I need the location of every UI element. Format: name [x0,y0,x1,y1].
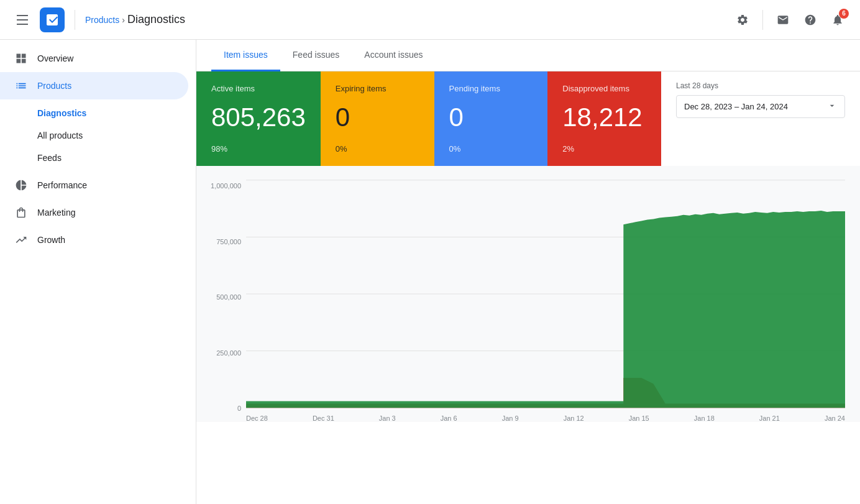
stat-card-active[interactable]: Active items 805,263 98% [196,71,321,166]
stat-card-pending-pct: 0% [449,144,533,153]
x-label-5: Jan 12 [564,415,584,422]
page-title: Diagnostics [127,13,185,26]
x-label-8: Jan 21 [759,415,780,422]
donut-icon [15,179,27,191]
stat-card-expiring-label: Expiring items [336,84,419,93]
x-label-7: Jan 18 [694,415,715,422]
cards-and-date: Active items 805,263 98% Expiring items … [196,71,860,166]
x-label-6: Jan 15 [629,415,649,422]
x-label-4: Jan 9 [502,415,519,422]
tab-account-issues[interactable]: Account issues [352,40,435,71]
top-bar: Products › Diagnostics 6 [0,0,860,40]
top-bar-actions: 6 [730,7,850,32]
tab-item-issues[interactable]: Item issues [211,40,280,71]
stat-card-disapproved-value: 18,212 [562,104,646,131]
breadcrumb: Products › Diagnostics [85,13,185,26]
sidebar-item-performance[interactable]: Performance [0,172,188,199]
topbar-divider [75,10,75,30]
stat-cards: Active items 805,263 98% Expiring items … [196,71,661,166]
settings-button[interactable] [730,7,755,32]
sidebar-item-growth[interactable]: Growth [0,226,188,254]
sidebar-sub: Diagnostics All products Feeds [0,99,196,172]
stat-card-pending[interactable]: Pending items 0 0% [434,71,548,166]
chevron-down-icon [827,101,837,112]
y-label-1: 1,000,000 [211,182,241,190]
notification-badge: 6 [839,9,849,19]
y-label-2: 750,000 [216,238,241,245]
x-label-9: Jan 24 [825,415,845,422]
x-label-2: Jan 3 [379,415,396,422]
stat-card-active-label: Active items [211,84,306,93]
notifications-wrapper: 6 [825,7,850,32]
tab-feed-issues[interactable]: Feed issues [280,40,352,71]
list-icon [15,80,27,92]
svg-marker-6 [246,211,845,408]
sidebar-item-overview[interactable]: Overview [0,45,188,72]
sidebar: Overview Products Diagnostics All produc… [0,40,196,504]
topbar-divider2 [762,10,763,30]
grid-icon [15,52,27,65]
stat-card-disapproved-label: Disapproved items [562,84,646,93]
sidebar-sub-label: All products [37,131,83,140]
breadcrumb-parent[interactable]: Products [85,15,119,25]
main-area: Overview Products Diagnostics All produc… [0,40,860,504]
bag-icon [15,206,27,219]
chart-y-axis: 1,000,000 750,000 500,000 250,000 0 [196,176,246,422]
mail-button[interactable] [771,7,795,32]
trending-up-icon [15,234,27,246]
chart-x-labels: Dec 28 Dec 31 Jan 3 Jan 6 Jan 9 Jan 12 J… [246,412,845,422]
sidebar-item-label: Products [37,81,71,91]
chart-container: 1,000,000 750,000 500,000 250,000 0 [196,166,860,422]
stat-card-active-pct: 98% [211,144,306,153]
stat-card-expiring-pct: 0% [336,144,419,153]
app-logo [40,7,65,32]
chart-svg-wrapper: Dec 28 Dec 31 Jan 3 Jan 6 Jan 9 Jan 12 J… [246,176,860,422]
sidebar-item-label: Performance [37,180,87,190]
date-range-section: Last 28 days Dec 28, 2023 – Jan 24, 2024 [661,71,860,166]
help-button[interactable] [798,7,823,32]
menu-button[interactable] [10,7,35,32]
sidebar-sub-label: Diagnostics [37,108,86,118]
app-layout: Products › Diagnostics 6 [0,0,860,504]
y-label-5: 0 [237,405,241,412]
breadcrumb-sep: › [122,15,125,25]
content-area: Item issues Feed issues Account issues A… [196,40,860,504]
logo-area [40,7,65,32]
stat-card-expiring[interactable]: Expiring items 0 0% [321,71,434,166]
sidebar-item-label: Marketing [37,208,75,218]
sidebar-item-label: Overview [37,53,73,63]
sidebar-sub-label: Feeds [37,153,62,163]
x-label-1: Dec 31 [313,415,334,422]
chart-svg [246,176,845,412]
stat-card-pending-value: 0 [449,104,533,131]
sidebar-item-label: Growth [37,235,65,245]
y-label-4: 250,000 [216,349,241,357]
sidebar-item-marketing[interactable]: Marketing [0,199,188,226]
sidebar-sub-item-diagnostics[interactable]: Diagnostics [0,102,188,124]
x-label-3: Jan 6 [441,415,457,422]
tabs-bar: Item issues Feed issues Account issues [196,40,860,71]
stat-card-expiring-value: 0 [336,104,419,131]
stat-cards-row: Active items 805,263 98% Expiring items … [196,71,661,166]
stat-card-pending-label: Pending items [449,84,533,93]
date-range-select[interactable]: Dec 28, 2023 – Jan 24, 2024 [676,95,845,118]
stat-card-disapproved[interactable]: Disapproved items 18,212 2% [547,71,661,166]
date-range-value: Dec 28, 2023 – Jan 24, 2024 [684,102,788,111]
sidebar-sub-item-all-products[interactable]: All products [0,124,188,147]
sidebar-sub-item-feeds[interactable]: Feeds [0,147,188,169]
y-label-3: 500,000 [216,293,241,301]
sidebar-item-products[interactable]: Products [0,72,188,99]
stat-card-active-value: 805,263 [211,104,306,131]
stat-card-disapproved-pct: 2% [562,144,646,153]
x-label-0: Dec 28 [246,415,268,422]
date-range-label: Last 28 days [676,81,845,90]
chart-with-labels: 1,000,000 750,000 500,000 250,000 0 [196,176,860,422]
content-inner: Active items 805,263 98% Expiring items … [196,71,860,422]
